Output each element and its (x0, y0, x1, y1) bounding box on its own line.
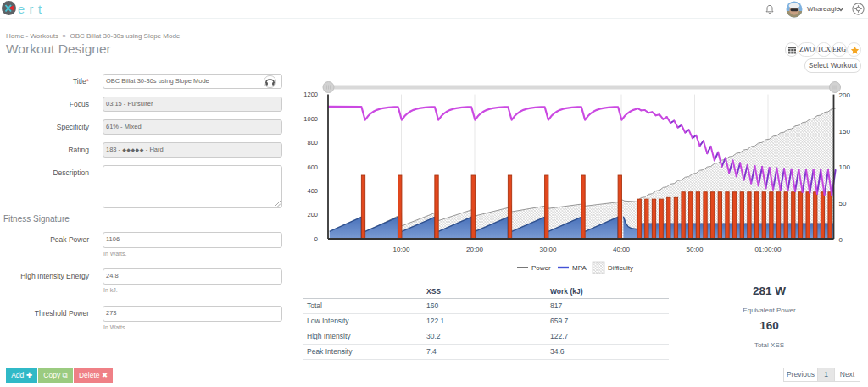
svg-text:Power: Power (531, 264, 551, 272)
svg-text:0: 0 (314, 235, 318, 243)
svg-text:10:00: 10:00 (392, 246, 410, 253)
svg-text:MPA: MPA (572, 264, 587, 272)
svg-text:100: 100 (839, 163, 851, 171)
svg-text:50: 50 (839, 200, 847, 207)
svg-text:30:00: 30:00 (539, 246, 557, 253)
svg-text:01:00:00: 01:00:00 (754, 246, 782, 253)
svg-text:1000: 1000 (303, 115, 318, 123)
svg-text:Difficulty: Difficulty (608, 264, 633, 272)
svg-text:1200: 1200 (303, 91, 318, 98)
svg-text:50:00: 50:00 (686, 246, 704, 253)
svg-text:200: 200 (307, 211, 318, 218)
svg-text:200: 200 (839, 91, 851, 99)
svg-text:150: 150 (839, 128, 851, 135)
svg-text:40:00: 40:00 (613, 246, 631, 253)
svg-text:0: 0 (839, 236, 843, 244)
svg-text:600: 600 (307, 163, 318, 171)
svg-text:400: 400 (307, 187, 318, 195)
svg-text:20:00: 20:00 (466, 246, 484, 253)
svg-text:800: 800 (307, 139, 318, 147)
